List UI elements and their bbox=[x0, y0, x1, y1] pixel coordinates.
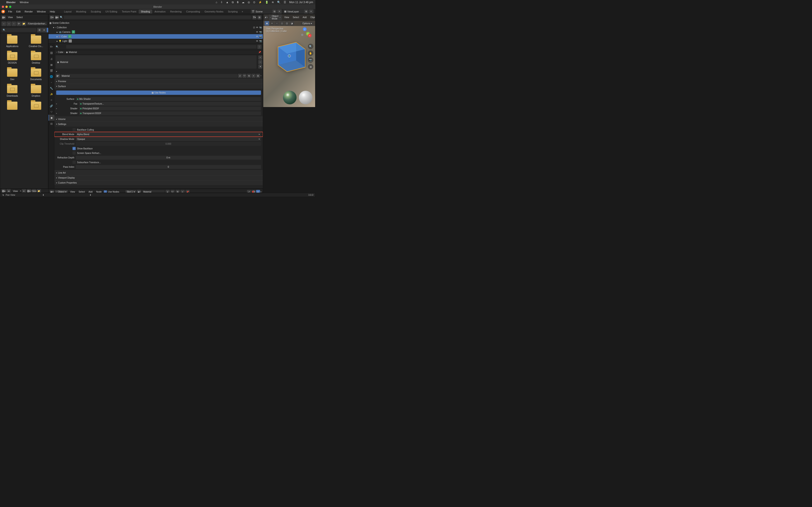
viewlayer-name-input[interactable] bbox=[287, 10, 303, 13]
use-nodes-checkbox[interactable]: ✓ bbox=[104, 190, 107, 193]
outliner-new-collection[interactable]: ⊞ bbox=[257, 15, 261, 19]
file-grid[interactable]: Applications Creative Clo... DESIGN Desk… bbox=[0, 33, 48, 188]
cube-object[interactable] bbox=[269, 36, 310, 77]
ne-select-menu[interactable]: Select bbox=[77, 190, 86, 193]
ne-material-users[interactable]: 2 bbox=[166, 190, 170, 193]
prop-tab-output[interactable]: 🖨 bbox=[48, 56, 54, 62]
vp-select-menu[interactable]: Select bbox=[291, 16, 300, 18]
workspace-shading[interactable]: Shading bbox=[139, 9, 152, 13]
prop-tab-world[interactable]: 🌐 bbox=[48, 73, 54, 79]
path-field[interactable]: /Users/jordanhan... bbox=[27, 22, 47, 25]
options-dropdown[interactable]: Options ▾ bbox=[301, 22, 314, 25]
properties-search[interactable] bbox=[66, 45, 256, 48]
app-name[interactable]: Blender bbox=[6, 1, 16, 4]
vp-view-menu[interactable]: View bbox=[283, 16, 291, 18]
material-name-input[interactable] bbox=[60, 74, 238, 78]
assign-dropdown[interactable]: ▾ bbox=[261, 75, 261, 77]
surface-section-header[interactable]: ▾Surface bbox=[54, 84, 263, 89]
use-nodes-button[interactable]: ▦Use Nodes bbox=[56, 91, 261, 95]
ne-pin[interactable]: 📌 bbox=[186, 190, 190, 193]
cursor-tool[interactable]: ⌖ bbox=[270, 21, 274, 25]
refraction-depth-value[interactable]: 0 m bbox=[76, 156, 261, 160]
render-menu[interactable]: Render bbox=[23, 10, 35, 13]
help-menu[interactable]: Help bbox=[48, 10, 57, 13]
fake-user-button[interactable]: 🛡 bbox=[242, 74, 247, 78]
dropbox-icon[interactable]: ⌂ bbox=[216, 1, 217, 4]
shader-type[interactable]: ▫ Object ▾ bbox=[55, 190, 68, 193]
ne-fake-user[interactable]: 🛡 bbox=[170, 190, 175, 193]
material-browse-button[interactable]: ◉▾ bbox=[56, 74, 60, 78]
material-users[interactable]: 2 bbox=[238, 74, 242, 78]
backface-culling-checkbox[interactable] bbox=[72, 128, 76, 131]
workspace-rendering[interactable]: Rendering bbox=[168, 9, 184, 13]
folder-item[interactable]: DESIGN bbox=[2, 52, 23, 64]
ne-view-menu[interactable]: View bbox=[69, 190, 77, 193]
image-browse[interactable]: 🖼▾ bbox=[27, 189, 31, 193]
display-list-vertical[interactable]: ☰ bbox=[37, 28, 42, 33]
options-icon[interactable]: ⋮ bbox=[257, 45, 261, 49]
control-center-icon[interactable]: ☰ bbox=[284, 1, 286, 4]
delete-viewlayer-button[interactable]: × bbox=[309, 9, 313, 13]
window-menu[interactable]: Window bbox=[35, 10, 48, 13]
unlink-material-button[interactable]: × bbox=[251, 74, 256, 78]
select-subtract-tool[interactable]: ◻ bbox=[280, 21, 284, 25]
ie-menu-collapse[interactable]: ≡ bbox=[22, 189, 26, 193]
fb-view-menu[interactable]: View bbox=[7, 16, 14, 18]
camera-gizmo[interactable]: 📷 bbox=[308, 57, 313, 63]
cube-row[interactable]: ▸ ▽ Cube ▽ 👁📷 bbox=[48, 34, 263, 39]
fb-select-menu[interactable]: Select bbox=[15, 16, 24, 18]
outliner-filter[interactable]: ∇▾ bbox=[252, 15, 256, 19]
shader1-value[interactable]: Principled BSDF bbox=[79, 107, 261, 110]
bluetooth-icon[interactable]: ⚡ bbox=[258, 1, 262, 4]
outliner-editor-type[interactable]: ☰▾ bbox=[50, 15, 54, 19]
wifi-icon[interactable]: ≋ bbox=[272, 1, 274, 4]
circle-icon[interactable]: ◎ bbox=[248, 1, 250, 4]
hide-viewport-icon[interactable]: 👁 bbox=[256, 31, 258, 33]
disable-render-icon[interactable]: 📷 bbox=[259, 35, 262, 38]
expand-icon[interactable]: ▸ bbox=[56, 108, 58, 110]
new-scene-button[interactable]: ⧉ bbox=[272, 9, 276, 13]
edit-menu[interactable]: Edit bbox=[14, 10, 22, 13]
camera-row[interactable]: ▸ 📹 Camera ▾ 👁📷 bbox=[48, 30, 263, 34]
perspective-gizmo[interactable]: ⊞ bbox=[308, 64, 313, 69]
shader2-value[interactable]: Transparent BSDF bbox=[79, 111, 261, 115]
prop-tab-particles[interactable]: ✨ bbox=[48, 91, 54, 97]
folder-item[interactable]: Dropbox bbox=[26, 85, 47, 97]
material-slot[interactable]: ◉ Material bbox=[56, 55, 256, 69]
node-editor-type[interactable]: ◉▾ bbox=[50, 190, 54, 193]
prop-tab-modifier[interactable]: 🔧 bbox=[48, 85, 54, 91]
expand-icon[interactable]: ▾ bbox=[53, 26, 54, 29]
exclude-checkbox-icon[interactable]: ☑ bbox=[253, 26, 255, 29]
close-window-button[interactable] bbox=[2, 6, 4, 8]
workspace-layout[interactable]: Layout bbox=[62, 9, 74, 13]
ne-node-menu[interactable]: Node bbox=[95, 190, 103, 193]
ne-new-material[interactable]: ⧉ bbox=[175, 190, 180, 193]
expand-icon[interactable]: ▸ bbox=[57, 40, 58, 42]
disable-render-icon[interactable]: 📷 bbox=[259, 40, 262, 42]
ne-unlink-material[interactable]: × bbox=[181, 190, 185, 193]
ne-material-name[interactable] bbox=[142, 190, 165, 193]
folder-item[interactable]: Dev bbox=[2, 69, 23, 80]
new-material-button[interactable]: ⧉ bbox=[247, 74, 251, 78]
maximize-window-button[interactable] bbox=[9, 6, 11, 8]
line-art-section-header[interactable]: ▸Line Art bbox=[54, 170, 263, 175]
fb-search-input[interactable] bbox=[2, 28, 36, 32]
prop-tab-texture[interactable]: ▨ bbox=[48, 121, 54, 126]
cloud-icon[interactable]: ☁ bbox=[242, 1, 245, 4]
blender-logo-icon[interactable] bbox=[1, 10, 5, 13]
node-toggle-button[interactable]: ⊟ bbox=[256, 74, 260, 78]
hide-viewport-icon[interactable]: 👁 bbox=[256, 40, 258, 42]
image-mode[interactable]: ▫▾ bbox=[7, 189, 11, 193]
ne-snap[interactable]: 🧲▾ bbox=[251, 190, 256, 193]
add-workspace-button[interactable]: + bbox=[240, 9, 245, 13]
select-add-tool[interactable]: ▫ bbox=[274, 21, 279, 25]
pass-index-value[interactable]: 0 bbox=[76, 165, 261, 169]
open-image-button[interactable]: 📁 bbox=[37, 189, 41, 193]
3d-editor-type[interactable]: ⬈▾ bbox=[265, 15, 268, 19]
new-image-button[interactable]: + New bbox=[32, 189, 36, 193]
expand-icon[interactable]: ▸ bbox=[56, 103, 58, 105]
vp-object-menu[interactable]: Object bbox=[309, 16, 315, 18]
hide-viewport-icon[interactable]: 👁 bbox=[256, 35, 258, 38]
datetime[interactable]: Mon 11 Jul 3:46 pm bbox=[289, 1, 313, 4]
surface-value[interactable]: Mix Shader bbox=[76, 97, 261, 101]
